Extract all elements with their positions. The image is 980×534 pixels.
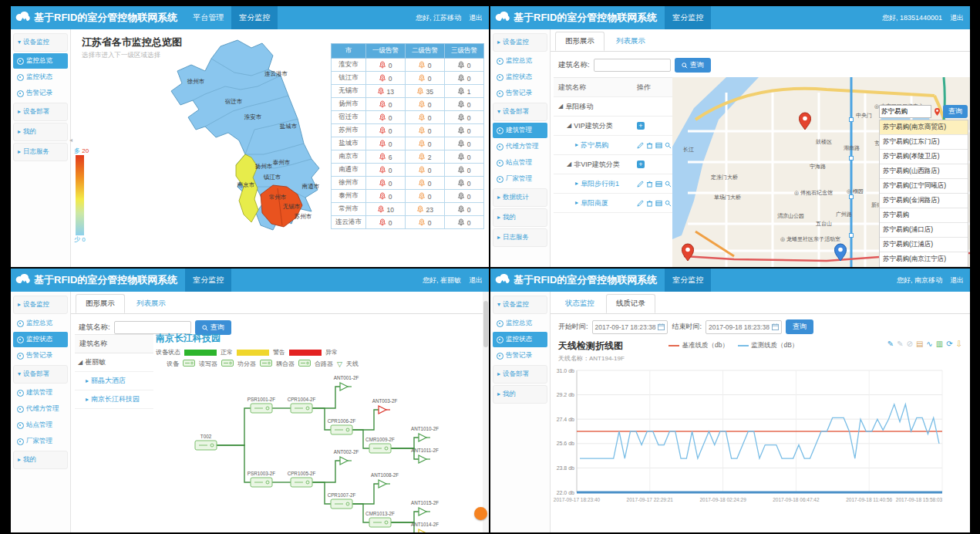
sidebar-item-6[interactable]: 代维方管理 <box>493 139 547 154</box>
logout-link[interactable]: 退出 <box>469 275 483 286</box>
chevron-down-icon[interactable]: ◢ <box>558 103 563 110</box>
sidebar-group-0[interactable]: ▸设备监控 <box>13 296 68 314</box>
tree-child-row[interactable]: ▸南京长江科技园 <box>75 390 153 409</box>
map-search-button[interactable]: 查询 <box>943 105 968 118</box>
end-time-input[interactable]: 2017-09-18 18:23:38 <box>706 320 782 334</box>
table-row[interactable]: 常州市 10 23 0 <box>332 203 484 216</box>
device-node[interactable] <box>195 441 217 450</box>
sidebar-item-1[interactable]: 监控总览 <box>493 53 547 69</box>
data-view-icon[interactable]: ▤ <box>916 340 923 348</box>
sidebar-group-4[interactable]: ▸设备部署 <box>13 103 68 121</box>
table-row[interactable]: 无锡市 13 35 1 <box>332 85 484 98</box>
tree-row[interactable]: ▸苏宁易购 <box>554 136 672 155</box>
table-row[interactable]: 镇江市 0 0 0 <box>332 72 484 85</box>
nav-tab-1[interactable]: 室分监控 <box>231 6 278 29</box>
mark-point-icon[interactable]: ✎ <box>887 340 894 348</box>
list-icon[interactable] <box>655 142 662 149</box>
table-row[interactable]: 泰州市 0 0 0 <box>332 190 484 203</box>
device-node[interactable] <box>291 404 312 413</box>
sidebar-item-7[interactable]: 站点管理 <box>493 155 547 171</box>
sidebar-item-8[interactable]: 厂家管理 <box>493 171 547 187</box>
download-icon[interactable]: ⇩ <box>956 340 962 348</box>
logout-link[interactable]: 退出 <box>950 275 964 286</box>
antenna-node[interactable] <box>419 508 430 515</box>
store-list-item[interactable]: 苏宁易购 <box>880 208 968 223</box>
sidebar-item-3[interactable]: 告警记录 <box>13 86 68 101</box>
antenna-node[interactable] <box>340 457 352 465</box>
device-node[interactable] <box>331 425 352 434</box>
sidebar-item-7[interactable]: 站点管理 <box>13 417 68 433</box>
chevron-down-icon[interactable]: ◢ <box>567 161 571 167</box>
tab-1[interactable]: 线质记录 <box>606 294 655 313</box>
delete-icon[interactable] <box>646 142 653 149</box>
building-name-input[interactable] <box>594 59 671 72</box>
search-icon[interactable] <box>665 142 672 149</box>
sidebar-item-2[interactable]: 监控状态 <box>493 332 547 347</box>
edit-icon[interactable] <box>637 142 644 149</box>
edit-icon[interactable] <box>637 181 644 188</box>
scrollbar-vertical[interactable] <box>483 292 489 532</box>
search-button[interactable]: 查询 <box>675 58 711 73</box>
tree-row[interactable]: ▸阜阳步行街1 <box>554 174 672 194</box>
device-node[interactable] <box>251 404 272 413</box>
table-row[interactable]: 盐城市 0 0 0 <box>332 137 484 150</box>
sidebar-group-6[interactable]: ▸日志服务 <box>13 143 68 161</box>
nav-tab-0[interactable]: 室分监控 <box>665 269 711 292</box>
add-icon[interactable]: + <box>637 161 645 168</box>
city-map[interactable]: 长江◎ 南京国际展览中心玄武湖公园中央门鼓楼区湖南路玄武门宁海路南京市◎ 傅抱石… <box>672 77 970 267</box>
list-icon[interactable] <box>655 181 662 188</box>
sidebar-group-9[interactable]: ▸我的 <box>13 451 68 469</box>
tab-0[interactable]: 图形展示 <box>555 32 605 51</box>
sidebar-item-5[interactable]: 建筑管理 <box>493 123 547 138</box>
antenna-node[interactable] <box>379 480 390 488</box>
table-row[interactable]: 南京市 6 2 0 <box>332 150 484 164</box>
sidebar-item-3[interactable]: 告警记录 <box>493 86 547 101</box>
sidebar-item-2[interactable]: 监控状态 <box>13 69 68 85</box>
sidebar-item-2[interactable]: 监控状态 <box>493 69 547 85</box>
sidebar-group-4[interactable]: ▾设备部署 <box>13 365 68 384</box>
store-list-item[interactable]: 苏宁易购(南京江宁店) <box>880 252 968 267</box>
floating-action-button[interactable] <box>474 507 487 520</box>
nav-tab-0[interactable]: 室分监控 <box>185 269 231 292</box>
search-icon[interactable] <box>665 181 672 188</box>
tree-row[interactable]: ▸阜阳商厦 <box>554 194 672 213</box>
logout-link[interactable]: 退出 <box>469 13 483 23</box>
legend-item[interactable]: 基准线质（db） <box>668 341 728 350</box>
sidebar-item-1[interactable]: 监控总览 <box>493 316 547 331</box>
chevron-right-icon[interactable]: ▸ <box>575 142 578 148</box>
table-row[interactable]: 扬州市 0 0 0 <box>332 98 484 111</box>
search-icon[interactable] <box>665 200 672 207</box>
sidebar-item-6[interactable]: 代维方管理 <box>13 401 68 417</box>
sidebar-item-8[interactable]: 厂家管理 <box>13 434 68 449</box>
datazoom-bar[interactable] <box>577 492 942 494</box>
sidebar-collapse-icon[interactable]: ◂ <box>69 137 72 144</box>
antenna-node[interactable] <box>419 434 430 441</box>
device-node[interactable] <box>369 518 391 527</box>
start-time-input[interactable]: 2017-09-17 18:23:38 <box>592 320 668 334</box>
tab-1[interactable]: 列表展示 <box>126 294 176 313</box>
tree-node-label[interactable]: 阜阳商厦 <box>581 198 608 208</box>
tree-root-row[interactable]: ◢崔丽敏 <box>75 353 153 372</box>
device-node[interactable] <box>331 499 352 509</box>
map-search-input[interactable] <box>879 105 931 118</box>
tree-row[interactable]: ◢阜阳移动 <box>554 97 672 117</box>
antenna-node[interactable] <box>419 529 430 532</box>
device-node[interactable] <box>291 478 312 487</box>
tab-0[interactable]: 图形展示 <box>76 294 125 313</box>
table-row[interactable]: 南通市 0 0 0 <box>332 164 484 177</box>
sidebar-group-4[interactable]: ▸设备部署 <box>493 365 547 384</box>
tree-row[interactable]: ◢VIP建筑分类+ <box>554 117 672 136</box>
tree-row[interactable]: ◢非VIP建筑分类+ <box>554 155 672 174</box>
table-row[interactable]: 徐州市 0 0 0 <box>332 177 484 190</box>
nav-tab-0[interactable]: 室分监控 <box>665 6 711 29</box>
jiangsu-map[interactable]: 连云港市徐州市宿迁市淮安市盐城市扬州市泰州市镇江市南京市常州市无锡市南通市苏州市 <box>160 35 344 247</box>
table-row[interactable]: 淮安市 0 0 0 <box>332 59 484 72</box>
sidebar-group-0[interactable]: ▸设备监控 <box>493 33 547 52</box>
bar-chart-icon[interactable]: ▥ <box>936 340 943 348</box>
store-list-item[interactable]: 苏宁易购(孝陵卫店) <box>880 150 968 164</box>
topology-diagram[interactable]: T002PSR1001-2FPSR1003-2FCPR1004-2FCPR100… <box>156 368 481 532</box>
tree-node-label[interactable]: 阜阳步行街1 <box>581 179 619 189</box>
sidebar-item-2[interactable]: 监控状态 <box>13 332 68 347</box>
chevron-right-icon[interactable]: ▸ <box>575 200 578 206</box>
sidebar-group-0[interactable]: ▾设备监控 <box>13 33 68 52</box>
